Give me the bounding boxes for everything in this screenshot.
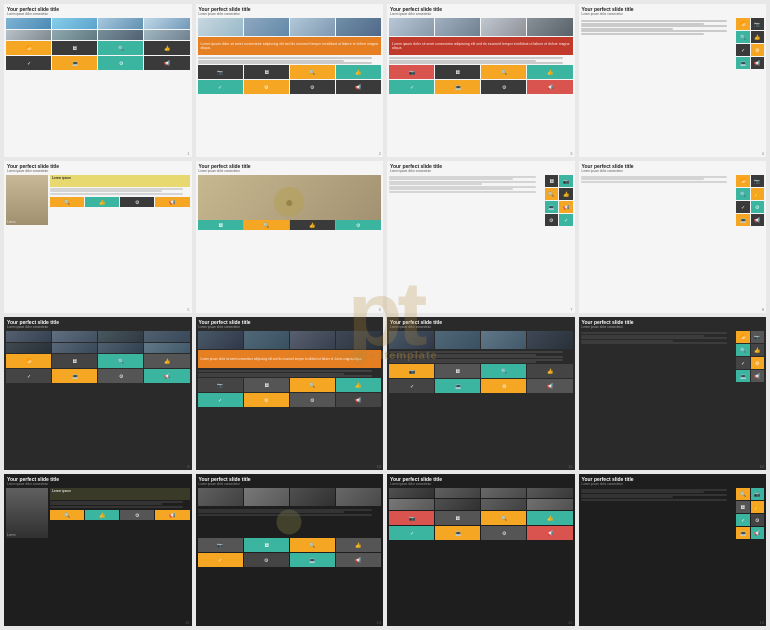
icon-thumb4: 👍 [751,31,765,43]
slide-13-number: 13 [185,620,189,625]
slide-1-number: 1 [187,151,189,156]
icon9-1: 📶 [6,354,51,368]
slide-8[interactable]: Your perfect slide title Lorem ipsum dol… [579,161,767,314]
icon5-3: ⚙ [120,197,154,207]
icon12-7: 💻 [736,370,750,382]
slide-11-title: Your perfect slide title [387,317,575,325]
slide-11-number: 11 [568,464,572,469]
slide-9-title: Your perfect slide title [4,317,192,325]
icon-laptop4: 💻 [736,57,750,69]
slide-2-highlight: Lorem ipsum dolor sit amet consectetur a… [198,37,382,55]
icon9-8: 📢 [144,369,189,383]
slide-12[interactable]: Your perfect slide title Lorem ipsum dol… [579,317,767,470]
slide-5-subtitle: Lorem ipsum dolor consectetur [4,169,192,174]
icon15-5: ✓ [389,526,434,540]
slide-5[interactable]: Your perfect slide title Lorem ipsum dol… [4,161,192,314]
icon9-7: ⚙ [98,369,143,383]
icon7-5: 💻 [545,201,559,213]
icon11-2: 🖥 [435,364,480,378]
icon8-7: 💻 [736,214,750,226]
icon12-4: 👍 [751,344,765,356]
slide-12-number: 12 [760,464,764,469]
icon14-8: 📢 [336,553,381,567]
highlight-text: Lorem ipsum dolor sit amet consectetur a… [201,42,379,50]
icon7-2: 📷 [559,175,573,187]
icon-gear2: ⚙ [244,80,289,94]
icon12-6: ⚙ [751,357,765,369]
slide-11-subtitle: Lorem ipsum dolor consectetur [387,325,575,330]
icon11-3: 🔍 [481,364,526,378]
icon8-5: ✓ [736,201,750,213]
icon-gear4: ⚙ [481,80,526,94]
icon7-7: ⚙ [545,214,559,226]
slide-14[interactable]: Your perfect slide title Lorem ipsum dol… [196,474,384,627]
icon12-1: 📶 [736,331,750,343]
slide-10-subtitle: Lorem ipsum dolor consectetur [196,325,384,330]
icon6-3: 👍 [290,220,335,230]
icon16-1: 🔍 [736,488,750,500]
icon9-2: 🖥 [52,354,97,368]
icon15-6: 💻 [435,526,480,540]
slide-14-number: 14 [377,620,381,625]
slide-3-subtitle: Lorem ipsum dolor consectetur [387,12,575,17]
slide-16-title: Your perfect slide title [579,474,767,482]
slide-6-subtitle: Lorem ipsum dolor consectetur [196,169,384,174]
icon7-3: 🔍 [545,188,559,200]
icon13-1: 🔍 [50,510,84,520]
slide-3-highlight: Lorem ipsum dolor sit amet consectetur a… [389,37,573,55]
icon5-1: 🔍 [50,197,84,207]
icon14-6: ⚙ [244,553,289,567]
icon-camera: 📷 [198,65,243,79]
slide-15-number: 15 [568,620,572,625]
slide-3[interactable]: Your perfect slide title Lorem ipsum dol… [387,4,575,157]
icon-speaker3: 📢 [527,80,572,94]
icon14-3: 🔍 [290,538,335,552]
slide-7[interactable]: Your perfect slide title Lorem ipsum dol… [387,161,575,314]
icon-thumb3: 👍 [527,65,572,79]
icon15-8: 📢 [527,526,572,540]
slide-2[interactable]: Your perfect slide title Lorem ipsum dol… [196,4,384,157]
icon15-2: 🖥 [435,511,480,525]
slide-10-highlight: Lorem ipsum dolor sit amet consectetur a… [198,350,382,368]
slide-11[interactable]: Your perfect slide title Lorem ipsum dol… [387,317,575,470]
icon7-8: ✓ [559,214,573,226]
slide-9[interactable]: Your perfect slide title Lorem ipsum dol… [4,317,192,470]
icon12-2: 📷 [751,331,765,343]
icon-wifi4: 📶 [736,18,750,30]
slide-14-title: Your perfect slide title [196,474,384,482]
icon9-6: 💻 [52,369,97,383]
icon6-4: ⚙ [336,220,381,230]
icon10-7: ⚙ [290,393,335,407]
icon12-5: ✓ [736,357,750,369]
icon-laptop: 💻 [52,56,97,70]
icon9-5: ✓ [6,369,51,383]
icon6-1: 🖥 [198,220,243,230]
slide-16[interactable]: Your perfect slide title Lorem ipsum dol… [579,474,767,627]
slide-6[interactable]: Your perfect slide title Lorem ipsum dol… [196,161,384,314]
slide-2-number: 2 [379,151,381,156]
slide-15[interactable]: Your perfect slide title Lorem ipsum dol… [387,474,575,627]
icon16-7: 💻 [736,527,750,539]
icon13-4: 📢 [155,510,189,520]
icon9-3: 🔍 [98,354,143,368]
icon10-4: 👍 [336,378,381,392]
icon-check2: ✓ [198,80,243,94]
slide-8-number: 8 [762,307,764,312]
icon9-4: 👍 [144,354,189,368]
icon-speaker: 📢 [144,56,189,70]
slide-4[interactable]: Your perfect slide title Lorem ipsum dol… [579,4,767,157]
slide-6-number: 6 [379,307,381,312]
icon8-6: ⚙ [751,201,765,213]
icon16-5: ✓ [736,514,750,526]
icon10-6: ⚙ [244,393,289,407]
slide-10[interactable]: Your perfect slide title Lorem ipsum dol… [196,317,384,470]
icon-camera3: 📷 [389,65,434,79]
icon7-6: 📢 [559,201,573,213]
slide-1[interactable]: Your perfect slide title Lorem ipsum dol… [4,4,192,157]
icon10-2: 🖥 [244,378,289,392]
icon16-3: 🖥 [736,501,750,513]
icon10-8: 📢 [336,393,381,407]
icon-thumb2: 👍 [336,65,381,79]
icon14-7: 💻 [290,553,335,567]
slide-13[interactable]: Your perfect slide title Lorem ipsum dol… [4,474,192,627]
